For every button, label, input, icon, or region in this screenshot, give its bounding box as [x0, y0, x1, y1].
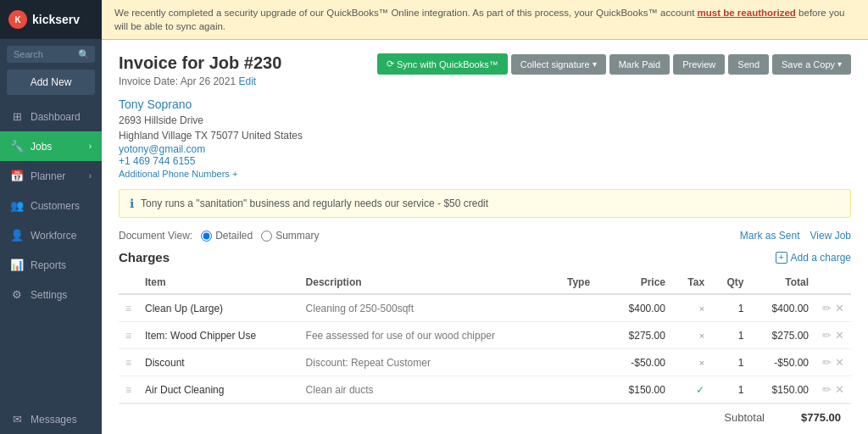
- doc-view-label: Document View:: [119, 230, 192, 242]
- add-charge-button[interactable]: + Add a charge: [776, 252, 851, 264]
- edit-invoice-link[interactable]: Edit: [238, 75, 256, 87]
- customer-email[interactable]: yotony@gmail.com: [119, 143, 851, 155]
- title-prefix: Invoice for: [119, 53, 204, 72]
- sidebar-item-jobs[interactable]: 🔧 Jobs ›: [0, 131, 102, 161]
- delete-charge-icon[interactable]: ✕: [835, 302, 844, 314]
- detailed-radio-label[interactable]: Detailed: [201, 230, 253, 242]
- sidebar-item-planner[interactable]: 📅 Planner ›: [0, 161, 102, 191]
- drag-handle: ≡: [119, 294, 138, 322]
- collect-signature-button[interactable]: Collect signature: [511, 54, 606, 75]
- content-area: Invoice for Job #230 Invoice Date: Apr 2…: [102, 40, 868, 434]
- detailed-label: Detailed: [215, 230, 253, 242]
- charge-total: -$50.00: [750, 349, 815, 376]
- col-qty: Qty: [711, 271, 750, 294]
- search-icon: 🔍: [78, 49, 90, 60]
- charge-total: $400.00: [750, 294, 815, 322]
- tax-x-icon: ×: [699, 303, 704, 314]
- subtotal-label: Subtotal: [724, 411, 765, 424]
- charge-tax: ×: [672, 294, 711, 322]
- charges-table: Item Description Type Price Tax Qty Tota…: [119, 271, 851, 403]
- drag-handle: ≡: [119, 322, 138, 349]
- charge-price: -$50.00: [608, 349, 672, 376]
- col-price: Price: [608, 271, 672, 294]
- additional-phones-link[interactable]: Additional Phone Numbers +: [119, 169, 851, 179]
- settings-icon: ⚙: [10, 288, 24, 301]
- edit-charge-icon[interactable]: ✏: [822, 329, 832, 342]
- table-row: ≡ Item: Wood Chipper Use Fee assessed fo…: [119, 322, 851, 349]
- sidebar-item-label: Workforce: [31, 230, 76, 242]
- summary-radio[interactable]: [261, 231, 272, 242]
- col-drag: [119, 271, 138, 294]
- charge-total: $275.00: [750, 322, 815, 349]
- action-buttons: ⟳ Sync with QuickBooks™ Collect signatur…: [377, 53, 851, 75]
- delete-charge-icon[interactable]: ✕: [835, 356, 844, 369]
- charge-price: $150.00: [608, 376, 672, 403]
- charge-description: Cleaning of 250-500sqft: [299, 294, 560, 322]
- sidebar: K kickserv 🔍 Add New ⊞ Dashboard 🔧 Jobs …: [0, 0, 102, 434]
- invoice-header: Invoice for Job #230 Invoice Date: Apr 2…: [119, 53, 851, 87]
- charge-type: [560, 376, 608, 403]
- view-job-link[interactable]: View Job: [810, 230, 851, 242]
- document-view-bar: Document View: Detailed Summary Mark as …: [119, 230, 851, 242]
- subtotal-value: $775.00: [782, 411, 841, 424]
- mark-as-sent-link[interactable]: Mark as Sent: [740, 230, 800, 242]
- col-total: Total: [750, 271, 815, 294]
- edit-charge-icon[interactable]: ✏: [822, 302, 832, 314]
- subtotal-row: Subtotal $775.00: [119, 403, 851, 431]
- customers-icon: 👥: [10, 199, 24, 212]
- charge-qty: 1: [711, 322, 750, 349]
- edit-charge-icon[interactable]: ✏: [822, 356, 832, 369]
- main-content: We recently completed a security upgrade…: [102, 0, 868, 434]
- delete-charge-icon[interactable]: ✕: [835, 383, 844, 396]
- customer-phone[interactable]: +1 469 744 6155: [119, 155, 851, 167]
- charge-item: Air Duct Cleaning: [138, 376, 299, 403]
- logo-text: kickserv: [32, 13, 80, 26]
- save-copy-button[interactable]: Save a Copy: [772, 54, 851, 75]
- sidebar-item-dashboard[interactable]: ⊞ Dashboard: [0, 102, 102, 131]
- charge-type: [560, 294, 608, 322]
- charge-tax: ×: [672, 322, 711, 349]
- detailed-radio[interactable]: [201, 231, 212, 242]
- charge-type: [560, 322, 608, 349]
- sidebar-item-workforce[interactable]: 👤 Workforce: [0, 220, 102, 250]
- sidebar-item-messages[interactable]: ✉ Messages: [0, 404, 102, 434]
- sidebar-item-label: Reports: [31, 259, 66, 271]
- add-new-button[interactable]: Add New: [7, 70, 95, 95]
- workforce-icon: 👤: [10, 229, 24, 242]
- alert-text-before: We recently completed a security upgrade…: [114, 8, 698, 18]
- reauthorize-link[interactable]: must be reauthorized: [698, 8, 796, 18]
- charge-item: Clean Up (Large): [138, 294, 299, 322]
- table-row: ≡ Air Duct Cleaning Clean air ducts $150…: [119, 376, 851, 403]
- sidebar-item-customers[interactable]: 👥 Customers: [0, 191, 102, 220]
- drag-handle: ≡: [119, 349, 138, 376]
- charge-item: Discount: [138, 349, 299, 376]
- sidebar-item-label: Planner: [31, 170, 65, 182]
- jobs-icon: 🔧: [10, 140, 24, 153]
- charge-tax: ×: [672, 349, 711, 376]
- invoice-title: Invoice for Job #230: [119, 53, 281, 73]
- mark-paid-button[interactable]: Mark Paid: [609, 54, 670, 75]
- job-number: Job #230: [209, 53, 282, 72]
- add-charge-label: Add a charge: [791, 252, 851, 264]
- customer-address-line2: Highland Village TX 75077 United States: [119, 128, 851, 143]
- preview-button[interactable]: Preview: [673, 54, 725, 75]
- col-actions: [815, 271, 851, 294]
- charge-qty: 1: [711, 294, 750, 322]
- summary-radio-label[interactable]: Summary: [261, 230, 319, 242]
- charge-tax: ✓: [672, 376, 711, 403]
- sync-quickbooks-button[interactable]: ⟳ Sync with QuickBooks™: [377, 53, 508, 75]
- delete-charge-icon[interactable]: ✕: [835, 329, 844, 342]
- charge-qty: 1: [711, 349, 750, 376]
- sidebar-item-label: Jobs: [31, 141, 52, 153]
- info-box: ℹ Tony runs a "sanitation" business and …: [119, 189, 851, 218]
- charge-item: Item: Wood Chipper Use: [138, 322, 299, 349]
- send-button[interactable]: Send: [728, 54, 769, 75]
- edit-charge-icon[interactable]: ✏: [822, 383, 832, 396]
- sidebar-item-reports[interactable]: 📊 Reports: [0, 250, 102, 280]
- sidebar-item-label: Messages: [31, 414, 77, 426]
- sidebar-item-settings[interactable]: ⚙ Settings: [0, 280, 102, 309]
- customer-name[interactable]: Tony Soprano: [119, 97, 851, 111]
- tax-x-icon: ×: [699, 331, 704, 341]
- charge-qty: 1: [711, 376, 750, 403]
- chevron-right-icon: ›: [89, 142, 92, 151]
